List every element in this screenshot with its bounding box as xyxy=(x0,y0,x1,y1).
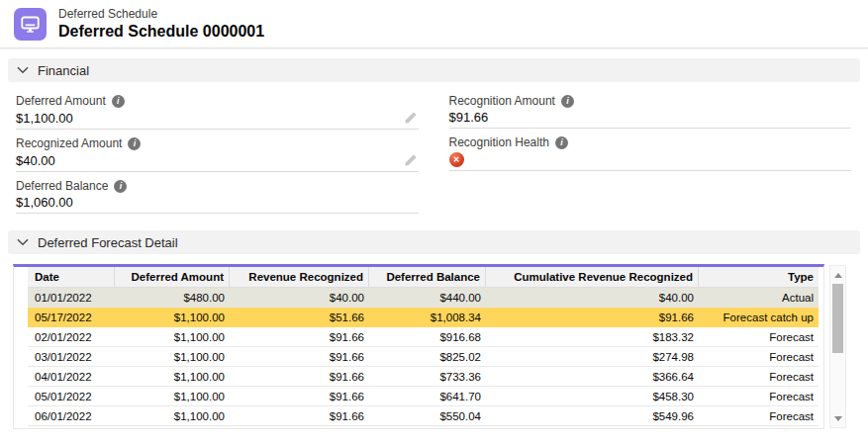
field-recognized-amount: Recognized Amount i $40.00 xyxy=(16,130,419,172)
cell-deferred-amount: $1,100.00 xyxy=(115,371,230,383)
cell-date: 01/01/2022 xyxy=(28,292,115,304)
cell-cumulative-revenue-recognized: $40.00 xyxy=(486,292,699,304)
deferred-schedule-record-icon xyxy=(14,8,47,41)
scroll-down-arrow-icon[interactable] xyxy=(830,411,845,425)
cell-revenue-recognized: $51.66 xyxy=(230,312,369,323)
cell-cumulative-revenue-recognized: $183.32 xyxy=(486,331,699,343)
cell-deferred-balance: $733.36 xyxy=(369,371,486,383)
cell-cumulative-revenue-recognized: $458.30 xyxy=(486,391,699,402)
field-recognition-health: Recognition Health i ✕ xyxy=(449,129,852,171)
cell-type: Forecast xyxy=(699,371,819,383)
cell-revenue-recognized: $91.66 xyxy=(230,410,369,422)
cell-deferred-balance: $825.02 xyxy=(369,351,486,363)
cell-date: 05/01/2022 xyxy=(28,391,115,402)
field-deferred-balance: Deferred Balance i $1,060.00 xyxy=(16,172,419,214)
info-icon[interactable]: i xyxy=(561,95,574,108)
cell-date: 04/01/2022 xyxy=(28,371,115,383)
cell-deferred-amount: $1,100.00 xyxy=(115,312,230,323)
cell-type: Forecast catch up xyxy=(699,312,819,323)
financial-fields: Deferred Amount i $1,100.00 Recognized A… xyxy=(16,87,851,214)
field-label: Recognized Amount xyxy=(16,136,122,150)
cell-deferred-balance: $1,008.34 xyxy=(369,312,486,323)
section-title-financial: Financial xyxy=(38,63,89,78)
scroll-up-arrow-icon[interactable] xyxy=(830,268,845,282)
column-header-cumulative-revenue-recognized[interactable]: Cumulative Revenue Recognized xyxy=(486,267,699,287)
info-icon[interactable]: i xyxy=(112,95,125,108)
field-deferred-amount: Deferred Amount i $1,100.00 xyxy=(16,87,419,130)
field-label: Recognition Health xyxy=(449,135,549,149)
cell-type: Forecast xyxy=(699,331,819,343)
cell-date: 06/01/2022 xyxy=(28,410,115,422)
table-row[interactable]: 06/01/2022 $1,100.00 $91.66 $550.04 $549… xyxy=(28,406,819,426)
column-header-date[interactable]: Date xyxy=(28,267,115,287)
cell-revenue-recognized: $91.66 xyxy=(230,351,369,363)
info-icon[interactable]: i xyxy=(555,136,568,149)
cell-cumulative-revenue-recognized: $91.66 xyxy=(486,312,699,323)
section-header-financial[interactable]: Financial xyxy=(8,58,860,82)
info-icon[interactable]: i xyxy=(128,137,141,150)
error-status-icon: ✕ xyxy=(449,152,464,167)
cell-date: 02/01/2022 xyxy=(28,331,115,343)
cell-revenue-recognized: $91.66 xyxy=(230,391,369,402)
field-value: $1,060.00 xyxy=(16,195,73,210)
column-header-deferred-amount[interactable]: Deferred Amount xyxy=(115,267,230,287)
field-value: $40.00 xyxy=(16,153,55,168)
table-row[interactable]: 02/01/2022 $1,100.00 $91.66 $916.68 $183… xyxy=(28,327,819,347)
cell-deferred-balance: $550.04 xyxy=(369,410,486,422)
fields-left-column: Deferred Amount i $1,100.00 Recognized A… xyxy=(16,87,419,214)
field-label: Deferred Amount xyxy=(16,94,106,108)
cell-cumulative-revenue-recognized: $549.96 xyxy=(486,410,699,422)
table-header-row: Date Deferred Amount Revenue Recognized … xyxy=(28,267,819,288)
cell-revenue-recognized: $91.66 xyxy=(230,371,369,383)
column-header-deferred-balance[interactable]: Deferred Balance xyxy=(369,267,486,287)
cell-cumulative-revenue-recognized: $366.64 xyxy=(486,371,699,383)
cell-deferred-amount: $1,100.00 xyxy=(115,391,230,402)
cell-deferred-balance: $641.70 xyxy=(369,391,486,402)
cell-type: Forecast xyxy=(699,410,819,422)
record-header: Deferred Schedule Deferred Schedule 0000… xyxy=(0,0,868,48)
cell-type: Forecast xyxy=(699,391,819,402)
cell-date: 05/17/2022 xyxy=(28,312,115,323)
cell-type: Forecast xyxy=(699,351,819,363)
section-title-deferred-forecast-detail: Deferred Forecast Detail xyxy=(38,235,178,250)
cell-deferred-balance: $916.68 xyxy=(369,331,486,343)
field-label: Deferred Balance xyxy=(16,179,108,193)
column-header-revenue-recognized[interactable]: Revenue Recognized xyxy=(230,267,369,287)
fields-right-column: Recognition Amount i $91.66 Recognition … xyxy=(449,87,852,214)
cell-date: 03/01/2022 xyxy=(28,351,115,363)
info-icon[interactable]: i xyxy=(114,180,127,193)
vertical-scrollbar[interactable] xyxy=(829,265,846,428)
field-recognition-amount: Recognition Amount i $91.66 xyxy=(449,87,852,129)
field-value: $91.66 xyxy=(449,110,489,125)
cell-type: Actual xyxy=(699,292,819,304)
field-label: Recognition Amount xyxy=(449,94,555,108)
table-row[interactable]: 05/01/2022 $1,100.00 $91.66 $641.70 $458… xyxy=(28,387,819,406)
column-header-type[interactable]: Type xyxy=(699,267,819,287)
desktop-monitor-icon xyxy=(20,14,41,35)
chevron-down-icon[interactable] xyxy=(17,238,29,246)
table-row[interactable]: 04/01/2022 $1,100.00 $91.66 $733.36 $366… xyxy=(28,367,819,387)
cell-revenue-recognized: $91.66 xyxy=(230,331,369,343)
forecast-table-area: Date Deferred Amount Revenue Recognized … xyxy=(13,264,868,429)
cell-deferred-amount: $1,100.00 xyxy=(115,351,230,363)
cell-deferred-amount: $1,100.00 xyxy=(115,410,230,422)
cell-deferred-amount: $1,100.00 xyxy=(115,331,230,343)
forecast-table: Date Deferred Amount Revenue Recognized … xyxy=(13,264,824,429)
record-object-label: Deferred Schedule xyxy=(58,7,264,22)
table-row[interactable]: 01/01/2022 $480.00 $40.00 $440.00 $40.00… xyxy=(28,288,819,308)
chevron-down-icon[interactable] xyxy=(17,66,29,74)
scrollbar-thumb[interactable] xyxy=(832,284,843,353)
cell-deferred-balance: $440.00 xyxy=(369,292,486,304)
cell-cumulative-revenue-recognized: $274.98 xyxy=(486,351,699,363)
field-value: $1,100.00 xyxy=(16,111,73,126)
page-title: Deferred Schedule 0000001 xyxy=(58,22,264,42)
table-row-clipped[interactable] xyxy=(28,426,819,429)
edit-pencil-icon[interactable] xyxy=(403,110,419,126)
section-header-deferred-forecast-detail[interactable]: Deferred Forecast Detail xyxy=(8,230,860,254)
table-row[interactable]: 03/01/2022 $1,100.00 $91.66 $825.02 $274… xyxy=(28,347,819,367)
cell-revenue-recognized: $40.00 xyxy=(230,292,369,304)
table-row-highlighted[interactable]: 05/17/2022 $1,100.00 $51.66 $1,008.34 $9… xyxy=(28,308,819,327)
cell-deferred-amount: $480.00 xyxy=(115,292,230,304)
edit-pencil-icon[interactable] xyxy=(403,152,419,168)
